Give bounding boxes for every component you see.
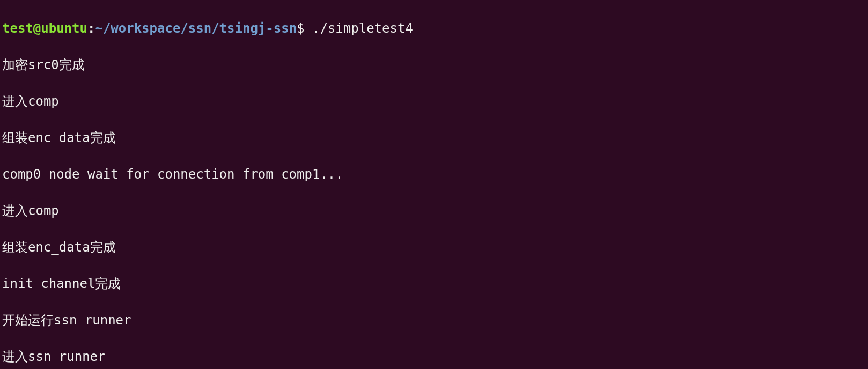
terminal[interactable]: test@ubuntu:~/workspace/ssn/tsingj-ssn$ … — [0, 0, 868, 369]
command-text: ./simpletest4 — [312, 21, 413, 36]
prompt-colon: : — [87, 21, 95, 36]
output-line: 进入comp — [2, 202, 866, 220]
prompt-host: ubuntu — [41, 21, 87, 36]
prompt-at: @ — [33, 21, 41, 36]
output-line: 组装enc_data完成 — [2, 129, 866, 147]
output-line: comp0 node wait for connection from comp… — [2, 165, 866, 183]
output-line: 组装enc_data完成 — [2, 238, 866, 256]
output-line: 开始运行ssn runner — [2, 311, 866, 329]
prompt-user: test — [2, 21, 33, 36]
output-line: init channel完成 — [2, 275, 866, 293]
output-line: 进入ssn runner — [2, 348, 866, 366]
output-line: 进入comp — [2, 92, 866, 110]
prompt-path: ~/workspace/ssn/tsingj-ssn — [95, 21, 297, 36]
prompt-line: test@ubuntu:~/workspace/ssn/tsingj-ssn$ … — [2, 19, 866, 38]
prompt-dollar: $ — [297, 21, 312, 36]
output-line: 加密src0完成 — [2, 56, 866, 74]
